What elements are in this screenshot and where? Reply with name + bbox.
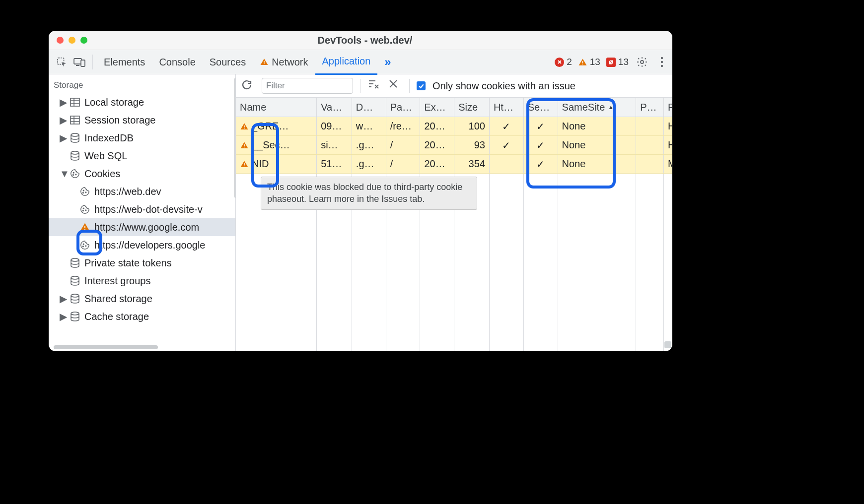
- sidebar-item-label: Web SQL: [84, 150, 127, 162]
- sidebar-item-session-storage[interactable]: ▶ Session storage: [49, 111, 235, 129]
- error-count[interactable]: 2: [555, 57, 572, 67]
- col-expires[interactable]: Ex…: [420, 98, 454, 117]
- kebab-menu-icon[interactable]: [655, 57, 668, 67]
- divider: [360, 79, 360, 93]
- cell-name: _GRE…: [252, 121, 288, 132]
- cookies-table: Name Va… D… Pa… Ex… Size Ht… Se… SameSit…: [236, 98, 672, 351]
- svg-rect-53: [244, 144, 245, 146]
- col-secure[interactable]: Se…: [524, 98, 558, 117]
- warning-triangle-icon: [79, 222, 90, 233]
- cell-value: 51…: [321, 158, 342, 170]
- col-samesite[interactable]: SameSite▲: [558, 98, 637, 117]
- clear-filter-button[interactable]: [367, 79, 381, 93]
- sidebar-item-private-state[interactable]: Private state tokens: [49, 254, 235, 272]
- chevron-down-icon: ▼: [60, 168, 66, 180]
- scrollbar-horizontal[interactable]: [54, 345, 158, 349]
- svg-point-30: [82, 192, 83, 193]
- warning-triangle-icon: [240, 122, 249, 131]
- chevron-right-icon: ▶: [60, 311, 66, 322]
- tab-application[interactable]: Application: [315, 50, 378, 75]
- scroll-thumb[interactable]: [664, 341, 671, 348]
- cell-domain: w…: [356, 121, 373, 132]
- table-row[interactable]: _GRE… 09… w… /re… 20… 100 ✓ ✓ None H…: [236, 117, 672, 136]
- cell-size: 100: [469, 121, 485, 132]
- svg-point-39: [85, 246, 86, 247]
- cell-secure: ✓: [536, 158, 545, 170]
- sidebar-item-cookies[interactable]: ▼ Cookies: [49, 165, 235, 183]
- sidebar-item-label: Private state tokens: [84, 257, 172, 269]
- divider: [409, 79, 410, 93]
- table-header: Name Va… D… Pa… Ex… Size Ht… Se… SameSit…: [236, 98, 672, 117]
- sidebar-item-interest-groups[interactable]: Interest groups: [49, 272, 235, 290]
- sidebar-item-local-storage[interactable]: ▶ Local storage: [49, 93, 235, 111]
- sidebar-item-cache-storage[interactable]: ▶ Cache storage: [49, 308, 235, 325]
- svg-rect-54: [244, 146, 245, 147]
- svg-point-12: [641, 61, 644, 63]
- sidebar-item-indexeddb[interactable]: ▶ IndexedDB: [49, 129, 235, 147]
- col-size[interactable]: Size: [454, 98, 490, 117]
- database-icon: [70, 293, 80, 304]
- filter-placeholder: Filter: [266, 81, 285, 91]
- svg-point-38: [82, 246, 83, 247]
- table-row[interactable]: NID 51… .g… / 20… 354 ✓ None M…: [236, 155, 672, 174]
- svg-rect-55: [244, 163, 245, 165]
- warning-count[interactable]: 13: [578, 57, 600, 67]
- col-httponly[interactable]: Ht…: [490, 98, 524, 117]
- tab-sources[interactable]: Sources: [203, 50, 253, 74]
- cell-expires: 20…: [424, 158, 445, 170]
- cell-secure: ✓: [536, 121, 545, 132]
- svg-point-26: [73, 172, 74, 173]
- cookie-origin-item-selected[interactable]: https://www.google.com: [49, 218, 235, 236]
- cookie-origin-item[interactable]: https://web-dot-devsite-v: [49, 200, 235, 218]
- cookies-pane: Filter Only show cookies with an issue N…: [236, 74, 672, 351]
- cell-size: 93: [474, 139, 485, 151]
- tab-elements[interactable]: Elements: [97, 50, 152, 74]
- only-issues-checkbox[interactable]: [417, 81, 426, 90]
- col-partition[interactable]: P…: [636, 98, 664, 117]
- svg-point-25: [71, 151, 79, 154]
- sidebar-section-header: Storage: [49, 77, 235, 93]
- settings-gear-icon[interactable]: [635, 55, 649, 69]
- tab-network[interactable]: Network: [253, 50, 315, 74]
- issue-count[interactable]: 13: [606, 57, 629, 67]
- col-value[interactable]: Va…: [317, 98, 352, 117]
- col-domain[interactable]: D…: [352, 98, 386, 117]
- tab-label: Elements: [104, 57, 145, 68]
- svg-point-41: [71, 276, 79, 279]
- cookie-origin-item[interactable]: https://web.dev: [49, 183, 235, 200]
- refresh-button[interactable]: [241, 79, 255, 93]
- svg-rect-3: [81, 60, 85, 66]
- cell-value: 09…: [321, 121, 342, 132]
- tab-console[interactable]: Console: [152, 50, 202, 74]
- table-row[interactable]: __Sec… si… .g… / 20… 93 ✓ ✓ None H…: [236, 136, 672, 155]
- col-priority[interactable]: P…: [664, 98, 672, 117]
- delete-button[interactable]: [388, 79, 402, 93]
- svg-rect-35: [84, 226, 85, 228]
- cookie-icon: [70, 168, 80, 179]
- device-toggle-icon[interactable]: [71, 53, 88, 71]
- sidebar-item-shared-storage[interactable]: ▶ Shared storage: [49, 290, 235, 308]
- svg-rect-52: [244, 127, 245, 128]
- sidebar-item-label: Shared storage: [84, 293, 152, 305]
- svg-point-32: [83, 208, 84, 209]
- database-icon: [70, 257, 80, 268]
- sidebar-item-websql[interactable]: Web SQL: [49, 147, 235, 165]
- cookie-origin-item[interactable]: https://developers.google: [49, 236, 235, 254]
- chevron-right-icon: ▶: [60, 293, 66, 305]
- svg-rect-16: [71, 98, 79, 106]
- inspect-icon[interactable]: [53, 53, 71, 71]
- tabs-overflow-button[interactable]: »: [377, 50, 398, 74]
- sidebar-item-label: Local storage: [84, 97, 144, 108]
- svg-point-15: [661, 65, 663, 67]
- only-issues-label: Only show cookies with an issue: [432, 80, 576, 92]
- cell-secure: ✓: [536, 139, 545, 151]
- col-path[interactable]: Pa…: [386, 98, 421, 117]
- issue-count-value: 13: [618, 57, 629, 67]
- svg-point-24: [71, 133, 79, 136]
- sidebar-item-label: https://web-dot-devsite-v: [94, 204, 203, 215]
- cell-path: /re…: [390, 121, 412, 132]
- tab-label: Sources: [210, 57, 246, 68]
- filter-input[interactable]: Filter: [262, 78, 353, 94]
- sidebar-item-label: IndexedDB: [84, 132, 134, 144]
- col-name[interactable]: Name: [236, 98, 317, 117]
